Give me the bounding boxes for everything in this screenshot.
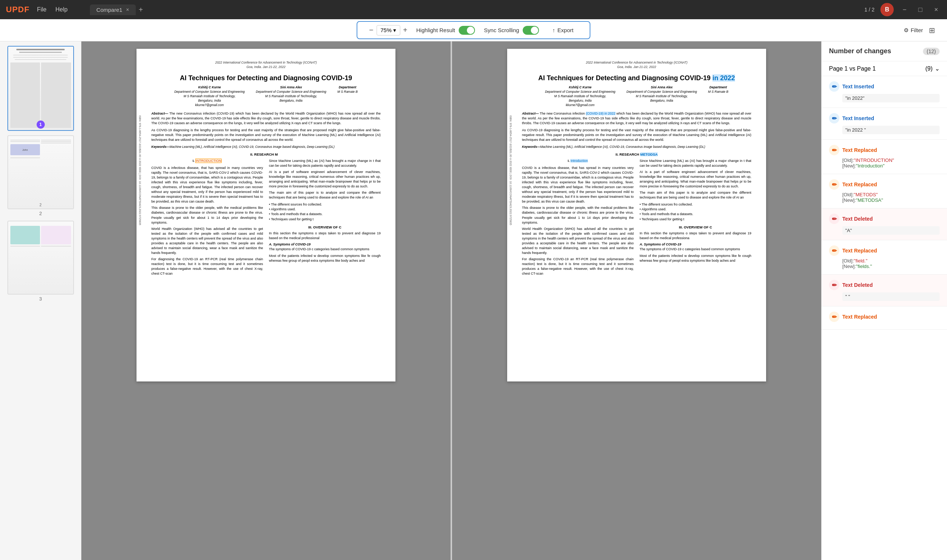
tab-bar: Compare1 × + (90, 5, 143, 15)
change-new-6: "fields." (856, 263, 872, 269)
right-doi-text: ISBN: 978-1-6654-2517-3/22/$31.00 ©2022 … (509, 115, 512, 315)
page-navigation[interactable]: 1 / 2 (865, 7, 875, 12)
left-pdf-page: ISBN: 978-1-6654-2517-3/22/$31.00 ©2022 … (137, 49, 395, 382)
change-item-8[interactable]: ✏ Text Replaced (822, 306, 947, 330)
change-label-4: Text Replaced (842, 182, 877, 188)
page-compare-label: Page 1 vs Page 1 (829, 65, 876, 72)
page-compare-count: (9) (925, 65, 933, 72)
thumbnail-page-3[interactable]: 3 (3, 221, 78, 302)
app-logo: UPDF (6, 5, 29, 14)
change-value-5: "A" (842, 226, 939, 235)
right-pdf-authors: Kshitij C Kurne Department of Computer S… (522, 85, 751, 107)
titlebar-right: 1 / 2 B − □ × (865, 3, 941, 16)
highlight-result-toggle: Highlight Result (416, 26, 475, 35)
columns-toggle-button[interactable]: ⊞ (929, 26, 935, 35)
change-old-6: "field." (854, 258, 867, 263)
user-avatar[interactable]: B (881, 3, 894, 16)
change-item-2[interactable]: ✏ Text Inserted "in 2022 " (822, 108, 947, 140)
thumbnail-page-2[interactable]: John 2 2 (3, 135, 78, 216)
thumbnail-label-2: 2 (39, 211, 42, 216)
highlight-toggle-switch[interactable] (459, 26, 475, 35)
right-introduction-label: Introduction (571, 159, 588, 163)
main-layout: 1 John (0, 42, 947, 560)
right-pdf-body: Abstract— The new Coronavirus infection … (522, 111, 751, 276)
page-compare-row[interactable]: Page 1 vs Page 1 (9) ⌄ (822, 62, 947, 76)
menu-bar: File Help (37, 6, 68, 13)
zoom-dropdown-icon: ▾ (393, 27, 396, 34)
change-type-6: ✏ Text Replaced (829, 245, 939, 256)
right-pdf-title: AI Techniques for Detecting and Diagnosi… (522, 74, 751, 82)
left-doi-text: ISBN: 978-1-6654-2517-3/22/$31.00 ©2022 … (138, 115, 142, 315)
menu-help[interactable]: Help (56, 6, 68, 13)
thumbnail-page-1[interactable]: 1 (3, 46, 78, 131)
inserted-icon-1: ✏ (829, 81, 839, 92)
sync-toggle-switch[interactable] (523, 26, 539, 35)
change-label-2: Text Inserted (842, 115, 874, 121)
replaced-icon-8: ✏ (829, 312, 839, 322)
change-type-3: ✏ Text Replaced (829, 145, 939, 155)
changes-header: Number of changes (12) (822, 42, 947, 62)
right-page-header: 2022 International Conference for Advanc… (522, 61, 751, 69)
change-old-new-3: [Old]:"INTRODUCTION" [New]:"Introduction… (842, 157, 939, 169)
deleted-icon-5: ✏ (829, 214, 839, 224)
change-new-4: "METODSA" (856, 197, 883, 203)
change-type-1: ✏ Text Inserted (829, 81, 939, 92)
deleted-icon-7: ✏ (829, 280, 839, 290)
thumbnail-sidebar: 1 John (0, 42, 82, 560)
changes-title: Number of changes (829, 47, 891, 55)
change-item-3[interactable]: ✏ Text Replaced [Old]:"INTRODUCTION" [Ne… (822, 140, 947, 174)
change-old-4: "METODS" (854, 192, 878, 197)
left-pdf-panel[interactable]: ISBN: 978-1-6654-2517-3/22/$31.00 ©2022 … (82, 42, 450, 560)
change-label-6: Text Replaced (842, 248, 877, 254)
expand-icon[interactable]: ⌄ (935, 65, 939, 72)
right-pdf-panel[interactable]: ISBN: 978-1-6654-2517-3/22/$31.00 ©2022 … (452, 42, 821, 560)
thumbnail-label-3: 3 (39, 296, 42, 302)
left-pdf-title: AI Techniques for Detecting and Diagnosi… (151, 74, 381, 82)
right-pdf-page: ISBN: 978-1-6654-2517-3/22/$31.00 ©2022 … (507, 49, 766, 382)
menu-file[interactable]: File (37, 6, 46, 13)
toolbar-right-group: ⚙ Filter ⊞ (904, 26, 935, 35)
change-item-6[interactable]: ✏ Text Replaced [Old]:"field." [New]:"fi… (822, 240, 947, 275)
left-pdf-authors: Kshitij C Kurne Department of Computer S… (151, 85, 381, 107)
title-bar: UPDF File Help Compare1 × + 1 / 2 B − □ … (0, 0, 947, 19)
sync-scrolling-toggle: Sync Scrolling (484, 26, 539, 35)
change-type-5: ✏ Text Deleted (829, 214, 939, 224)
change-type-8: ✏ Text Replaced (829, 312, 939, 322)
replaced-icon-6: ✏ (829, 245, 839, 256)
zoom-percent: 75% (381, 27, 392, 33)
tab-add-button[interactable]: + (139, 6, 143, 14)
thumbnail-image-1: 1 (8, 46, 74, 131)
change-label-5: Text Deleted (842, 216, 873, 222)
change-label-1: Text Inserted (842, 83, 874, 89)
filter-button[interactable]: ⚙ Filter (904, 27, 923, 34)
tab-close-icon[interactable]: × (126, 7, 129, 12)
left-page-header: 2022 International Conference for Advanc… (151, 61, 381, 69)
window-maximize-button[interactable]: □ (916, 5, 925, 15)
toolbar: − 75% ▾ + Highlight Result Sync Scrollin… (0, 19, 947, 42)
pdf-area: ISBN: 978-1-6654-2517-3/22/$31.00 ©2022 … (82, 42, 821, 560)
change-item-5[interactable]: ✏ Text Deleted "A" (822, 208, 947, 240)
change-old-new-6: [Old]:"field." [New]:"fields." (842, 258, 939, 269)
change-item-7[interactable]: ✏ Text Deleted " " (822, 275, 947, 306)
export-icon: ↑ (552, 27, 555, 33)
thumbnail-image-2: John 2 (8, 135, 74, 209)
toolbar-center-group: − 75% ▾ + Highlight Result Sync Scrollin… (356, 21, 591, 39)
window-close-button[interactable]: × (931, 5, 941, 15)
change-item-1[interactable]: ✏ Text Inserted "in 2022" (822, 76, 947, 108)
thumbnail-image-3 (8, 221, 74, 295)
change-new-3: "Introduction" (856, 163, 884, 169)
window-minimize-button[interactable]: − (900, 5, 910, 15)
change-value-2: "in 2022 " (842, 126, 939, 134)
change-value-7: " " (842, 292, 939, 301)
tab-compare1[interactable]: Compare1 × (90, 5, 136, 15)
export-label: Export (557, 27, 574, 33)
export-button[interactable]: ↑ Export (548, 25, 578, 35)
change-label-3: Text Replaced (842, 147, 877, 153)
right-section-research: II. RESEARCH METODSA (522, 152, 751, 157)
zoom-value-display[interactable]: 75% ▾ (376, 25, 400, 35)
change-label-8: Text Replaced (842, 314, 877, 320)
zoom-in-button[interactable]: + (403, 26, 408, 34)
zoom-controls: − 75% ▾ + (369, 25, 407, 35)
zoom-out-button[interactable]: − (369, 26, 373, 34)
change-item-4[interactable]: ✏ Text Replaced [Old]:"METODS" [New]:"ME… (822, 174, 947, 208)
